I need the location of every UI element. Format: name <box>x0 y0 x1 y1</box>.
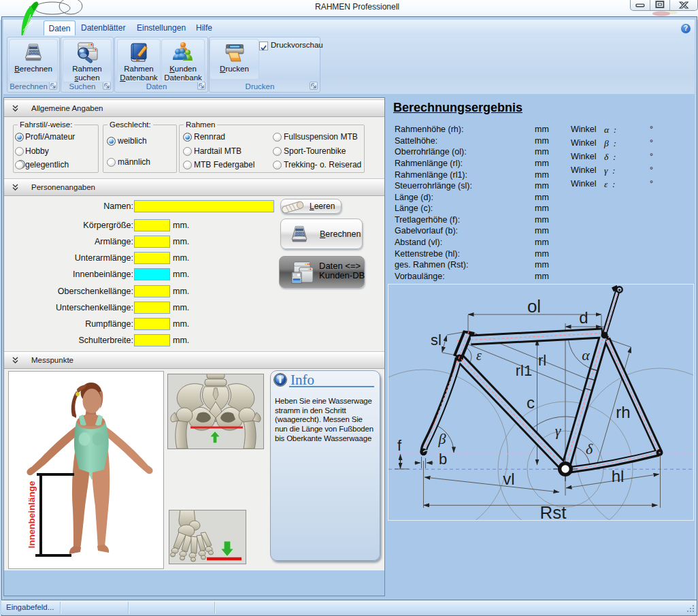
svg-text:f: f <box>397 437 402 454</box>
svg-text:rl: rl <box>538 352 546 369</box>
svg-text:rh: rh <box>616 403 630 421</box>
svg-text:d: d <box>579 308 588 327</box>
svg-text:ol: ol <box>527 296 541 317</box>
svg-text:β: β <box>438 430 446 447</box>
svg-text:hl: hl <box>612 467 625 485</box>
svg-text:Rst: Rst <box>540 502 567 520</box>
svg-text:α: α <box>582 346 590 363</box>
svg-text:ε: ε <box>476 348 482 363</box>
svg-text:sl: sl <box>431 331 442 348</box>
svg-text:c: c <box>527 393 535 412</box>
svg-text:Innenbeinlänge: Innenbeinlänge <box>27 481 37 549</box>
svg-text:δ: δ <box>586 440 593 457</box>
svg-text:vl: vl <box>503 470 514 488</box>
svg-text:rl1: rl1 <box>516 362 532 379</box>
svg-text:b: b <box>439 451 447 468</box>
svg-text:γ: γ <box>555 422 562 439</box>
